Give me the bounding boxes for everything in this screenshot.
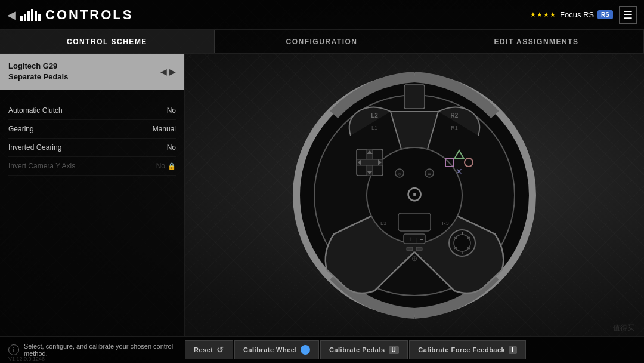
car-name: Focus RS xyxy=(560,10,594,19)
svg-text:−: − xyxy=(420,236,423,243)
main-content: ⊙ ✕ xyxy=(185,54,644,336)
svg-text:⊙: ⊙ xyxy=(405,182,423,206)
svg-text:L1: L1 xyxy=(371,125,377,131)
calibrate-wheel-label: Calibrate Wheel xyxy=(243,346,297,353)
top-right: ★★★★ Focus RS RS ☰ xyxy=(530,6,637,24)
key-u-icon: U xyxy=(389,346,400,354)
nav-tabs: CONTROL SCHEME CONFIGURATION EDIT ASSIGN… xyxy=(0,30,644,54)
top-bar: ◀ CONTROLS ★★★★ Focus RS RS ☰ xyxy=(0,0,644,30)
settings-list: Automatic Clutch No Gearing Manual Inver… xyxy=(0,90,184,187)
svg-text:⊕: ⊕ xyxy=(411,254,417,263)
setting-label: Invert Camera Y Axis xyxy=(8,162,75,170)
back-button[interactable]: ◀ xyxy=(7,8,16,21)
menu-button[interactable]: ☰ xyxy=(619,6,637,24)
setting-value: No xyxy=(167,106,176,115)
lock-icon: 🔒 xyxy=(168,162,176,170)
svg-text:R3: R3 xyxy=(442,220,449,226)
circle-blue-icon xyxy=(301,345,310,355)
calibrate-wheel-button[interactable]: Calibrate Wheel xyxy=(234,340,319,359)
scheme-arrows[interactable]: ◀ ▶ xyxy=(160,67,176,76)
car-info: ★★★★ Focus RS RS xyxy=(530,10,613,19)
setting-label: Automatic Clutch xyxy=(8,106,63,115)
svg-text:R1: R1 xyxy=(451,125,458,131)
bottom-bar: i Select, configure, and calibrate your … xyxy=(0,336,644,363)
tab-control-scheme[interactable]: CONTROL SCHEME xyxy=(0,30,215,53)
logo-icon xyxy=(20,9,41,21)
bottom-actions: Reset ↺ Calibrate Wheel Calibrate Pedals… xyxy=(185,340,644,359)
svg-text:○: ○ xyxy=(398,171,401,177)
tab-edit-assignments[interactable]: EDIT ASSIGNMENTS xyxy=(429,30,644,53)
setting-label: Inverted Gearing xyxy=(8,143,61,152)
version-label: V1.12.0.0.1246 xyxy=(8,356,45,362)
svg-rect-30 xyxy=(407,247,413,251)
svg-point-34 xyxy=(454,235,470,251)
key-i-icon: I xyxy=(509,346,516,354)
calibrate-pedals-button[interactable]: Calibrate Pedals U xyxy=(320,340,408,359)
title-logo: CONTROLS xyxy=(20,7,133,23)
bottom-info: i Select, configure, and calibrate your … xyxy=(0,343,185,357)
svg-text:≡: ≡ xyxy=(428,171,431,177)
svg-rect-41 xyxy=(398,213,431,231)
setting-value: No xyxy=(156,162,165,170)
info-icon: i xyxy=(8,344,19,355)
page-title: CONTROLS xyxy=(45,7,133,23)
calibrate-pedals-label: Calibrate Pedals xyxy=(329,346,385,353)
svg-text:|: | xyxy=(416,237,417,243)
svg-text:L2: L2 xyxy=(371,112,378,119)
svg-text:+: + xyxy=(409,235,413,242)
setting-invert-camera: Invert Camera Y Axis No 🔒 xyxy=(8,157,176,176)
svg-rect-31 xyxy=(416,247,422,251)
setting-value: Manual xyxy=(153,125,176,133)
arrow-right-icon[interactable]: ▶ xyxy=(169,67,176,76)
setting-label: Gearing xyxy=(8,125,34,133)
calibrate-force-label: Calibrate Force Feedback xyxy=(418,346,505,353)
setting-value: No xyxy=(167,143,176,152)
bottom-info-text: Select, configure, and calibrate your ch… xyxy=(24,343,177,357)
scheme-selector[interactable]: Logitech G29 Separate Pedals ◀ ▶ xyxy=(0,54,184,90)
car-badge: RS xyxy=(597,10,613,19)
reset-label: Reset xyxy=(194,346,213,353)
reset-button[interactable]: Reset ↺ xyxy=(185,340,233,359)
left-panel: Logitech G29 Separate Pedals ◀ ▶ Automat… xyxy=(0,54,185,336)
svg-text:L3: L3 xyxy=(380,220,386,226)
tab-configuration[interactable]: CONFIGURATION xyxy=(215,30,429,53)
wheel-diagram: ⊙ ✕ xyxy=(286,67,543,324)
svg-text:R2: R2 xyxy=(451,112,459,119)
scheme-name: Logitech G29 Separate Pedals xyxy=(8,61,68,82)
setting-gearing[interactable]: Gearing Manual xyxy=(8,120,176,139)
svg-rect-42 xyxy=(404,85,425,109)
calibrate-force-button[interactable]: Calibrate Force Feedback I xyxy=(409,340,525,359)
car-stars: ★★★★ xyxy=(530,11,556,19)
svg-text:✕: ✕ xyxy=(456,167,463,176)
setting-automatic-clutch[interactable]: Automatic Clutch No xyxy=(8,101,176,120)
arrow-left-icon[interactable]: ◀ xyxy=(160,67,167,76)
refresh-icon: ↺ xyxy=(216,345,224,355)
setting-inverted-gearing[interactable]: Inverted Gearing No xyxy=(8,139,176,157)
